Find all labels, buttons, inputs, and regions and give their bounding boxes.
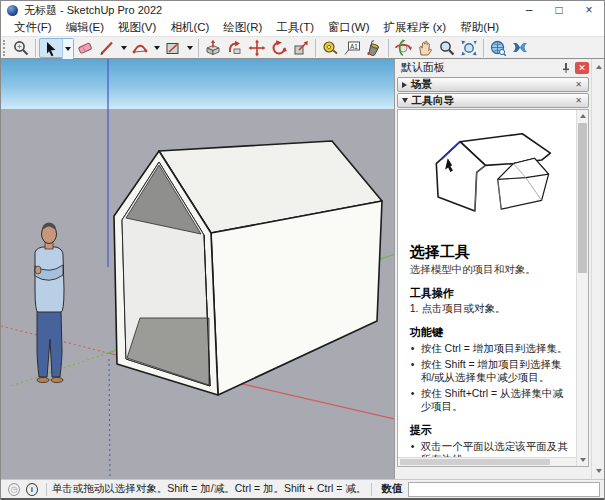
rotate-tool-button[interactable] [268, 38, 290, 58]
arc-tool-dropdown[interactable] [151, 38, 162, 58]
collapse-arrow-icon [402, 98, 408, 103]
move-tool-button[interactable] [246, 38, 268, 58]
model-scene [1, 59, 394, 479]
paint-bucket-tool-button[interactable] [363, 38, 385, 58]
menu-edit[interactable]: 编辑(E) [59, 20, 111, 35]
extension-warehouse-icon [511, 39, 529, 57]
select-arrow-icon [43, 41, 59, 57]
followme-tool-button[interactable] [224, 38, 246, 58]
measurements-label: 数值 [381, 482, 402, 496]
toolbar-separator [315, 39, 316, 57]
toolbar-grip[interactable] [3, 40, 8, 56]
pan-tool-button[interactable] [414, 38, 436, 58]
close-button[interactable]: × [574, 1, 604, 19]
toolbar-separator [35, 39, 36, 57]
menu-file[interactable]: 文件(F) [7, 20, 59, 35]
status-bar: ◷ i 单击或拖动以选择对象。Shift = 加/减。Ctrl = 加。Shif… [1, 479, 604, 498]
scroll-down-icon[interactable] [592, 465, 605, 477]
instructor-section-title: 工具操作 [410, 286, 572, 301]
statusbar-separator [371, 483, 372, 496]
orbit-icon [394, 39, 412, 57]
scrollbar-thumb[interactable] [578, 123, 587, 273]
title-bar: 无标题 - SketchUp Pro 2022 – □ × [1, 1, 604, 19]
pushpull-icon [204, 39, 222, 57]
eraser-icon [76, 39, 94, 57]
toolbar-separator [483, 39, 484, 57]
arc-tool-button[interactable] [129, 38, 151, 58]
tape-measure-icon [321, 39, 339, 57]
text-tool-button[interactable]: A1 [341, 38, 363, 58]
rectangle-tool-button[interactable] [162, 38, 184, 58]
zoom-tool-button[interactable] [436, 38, 458, 58]
zoom-extents-tool-button[interactable] [458, 38, 480, 58]
blue-axis-dotted [109, 359, 110, 479]
scrollbar-thumb[interactable] [400, 459, 550, 465]
eraser-tool-button[interactable] [74, 38, 96, 58]
status-tip-text: 单击或拖动以选择对象。Shift = 加/减。Ctrl = 加。Shift + … [52, 482, 366, 496]
instructor-section-title: 功能键 [410, 325, 572, 340]
search-icon [12, 39, 30, 57]
instructor-subtitle: 选择模型中的项目和对象。 [410, 263, 572, 277]
section-close-icon[interactable]: ✕ [573, 80, 584, 89]
menu-view[interactable]: 视图(V) [111, 20, 163, 35]
help-status-icon[interactable]: i [26, 483, 38, 496]
select-tool-dropdown[interactable] [62, 39, 73, 59]
scale-tool-button[interactable] [290, 38, 312, 58]
sketchup-logo-icon [7, 5, 18, 16]
app-window: 无标题 - SketchUp Pro 2022 – □ × 文件(F) 编辑(E… [0, 0, 605, 500]
measurements-input[interactable] [408, 482, 600, 497]
instructor-illustration [410, 112, 572, 238]
text-icon: A1 [343, 39, 361, 57]
tape-measure-tool-button[interactable] [319, 38, 341, 58]
move-icon [248, 39, 266, 57]
window-title: 无标题 - SketchUp Pro 2022 [24, 3, 514, 18]
panel-title: 默认面板 [401, 60, 560, 75]
scroll-down-icon[interactable] [577, 454, 589, 466]
line-tool-dropdown[interactable] [118, 38, 129, 58]
minimize-button[interactable]: – [514, 1, 544, 19]
menu-extensions[interactable]: 扩展程序 (x) [377, 20, 454, 35]
section-scenes[interactable]: 场景 ✕ [397, 77, 589, 92]
pencil-icon [98, 39, 116, 57]
toolbar: A1 [1, 37, 604, 59]
toolbar-separator [388, 39, 389, 57]
select-tool-group [39, 38, 74, 58]
menu-help[interactable]: 帮助(H) [453, 20, 506, 35]
zoom-extents-icon [460, 39, 478, 57]
pin-icon[interactable] [560, 62, 572, 74]
pushpull-tool-button[interactable] [202, 38, 224, 58]
add-location-tool-button[interactable] [487, 38, 509, 58]
orbit-tool-button[interactable] [392, 38, 414, 58]
geolocation-status-icon[interactable]: ◷ [8, 483, 20, 496]
instructor-hscrollbar[interactable] [398, 457, 576, 466]
instructor-bullet: 按住 Shift = 增加项目到选择集和/或从选择集中减少项目。 [410, 358, 572, 385]
instructor-section-title: 提示 [410, 423, 572, 438]
section-close-icon[interactable]: ✕ [573, 96, 584, 105]
scroll-up-icon[interactable] [592, 61, 605, 73]
model-viewport[interactable] [1, 59, 394, 479]
scale-figure[interactable] [35, 223, 64, 383]
scroll-up-icon[interactable] [577, 110, 589, 122]
main-area: 默认面板 ✕ 场景 ✕ 工具向导 ✕ [1, 59, 604, 479]
search-tool-button[interactable] [10, 38, 32, 58]
instructor-item: 1. 点击项目或对象。 [410, 302, 572, 316]
menu-tools[interactable]: 工具(T) [269, 20, 321, 35]
instructor-scrollbar[interactable] [576, 110, 588, 466]
house-model[interactable] [114, 141, 382, 395]
section-instructor[interactable]: 工具向导 ✕ [397, 93, 589, 108]
tray-scrollbar[interactable] [591, 59, 604, 479]
statusbar-separator [46, 483, 47, 496]
rectangle-tool-dropdown[interactable] [184, 38, 195, 58]
extension-warehouse-tool-button[interactable] [509, 38, 531, 58]
default-tray-panel: 默认面板 ✕ 场景 ✕ 工具向导 ✕ [394, 59, 604, 479]
menu-window[interactable]: 窗口(W) [321, 20, 377, 35]
zoom-icon [438, 39, 456, 57]
menu-draw[interactable]: 绘图(R) [216, 20, 269, 35]
panel-close-button[interactable]: ✕ [575, 62, 589, 74]
menu-camera[interactable]: 相机(C) [163, 20, 216, 35]
maximize-button[interactable]: □ [544, 1, 574, 19]
line-tool-button[interactable] [96, 38, 118, 58]
arc-icon [131, 39, 149, 57]
select-tool-button[interactable] [40, 39, 62, 59]
rectangle-icon [164, 39, 182, 57]
